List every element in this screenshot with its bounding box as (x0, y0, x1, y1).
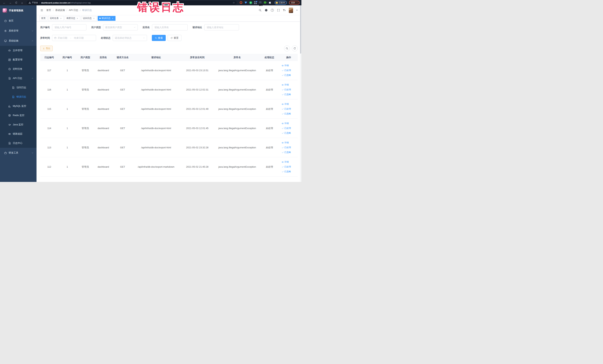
mark-ignored-link[interactable]: 已忽略 (282, 131, 291, 135)
tab-home[interactable]: 首页 (39, 16, 47, 21)
breadcrumb-api-log[interactable]: API 日志 (69, 9, 78, 12)
fullscreen-icon[interactable] (277, 9, 280, 12)
mark-processed-link[interactable]: 已处理 (282, 69, 291, 72)
detail-link[interactable]: 详细 (282, 64, 289, 67)
mark-ignored-link[interactable]: 已忽略 (282, 112, 291, 115)
extensions-puzzle-icon[interactable] (269, 1, 272, 4)
scrollbar-thumb[interactable] (300, 5, 301, 54)
extension-plant-icon[interactable] (264, 1, 267, 4)
mark-ignored-link[interactable]: 已忽略 (282, 170, 291, 173)
process-status-select[interactable]: 请选择处理状态 (113, 35, 147, 41)
sidebar-item-home[interactable]: 首页 (0, 16, 36, 26)
cell-user-type: 管理员 (76, 99, 94, 119)
sidebar-item-dev-tools[interactable]: 研发工具 (0, 148, 36, 158)
browser-back-button[interactable]: ← (2, 1, 7, 5)
tab-scheduled-jobs[interactable]: 定时任务 (48, 16, 64, 21)
reset-button[interactable]: 重置 (168, 35, 182, 41)
detail-link[interactable]: 详细 (282, 122, 289, 125)
filter-process-status: 处理状态 请选择处理状态 (101, 35, 147, 41)
extension-on-badge-icon[interactable]: on (259, 1, 262, 4)
mark-processed-link[interactable]: 已处理 (282, 146, 291, 149)
browser-forward-button[interactable]: → (8, 1, 13, 5)
recorder-paused-chip[interactable]: 已暂停 (275, 1, 287, 5)
sidebar-item-system[interactable]: 系统管理 (0, 26, 36, 36)
hamburger-icon[interactable] (40, 9, 43, 12)
tab-access-log[interactable]: 访问日志 (81, 16, 97, 21)
extension-green-v-icon[interactable]: V (249, 1, 252, 4)
request-url-input[interactable] (204, 24, 239, 30)
toggle-search-button[interactable] (284, 46, 290, 51)
filter-label: 用户类型 (91, 26, 101, 29)
close-icon[interactable] (60, 17, 62, 20)
cell-process-status: 未处理 (259, 99, 280, 119)
sidebar-item-scheduled-jobs[interactable]: 定时任务 (0, 64, 36, 74)
cell-user-id: 1 (58, 80, 76, 99)
cell-exception-time: 2021-05-03 12:02:31 (179, 80, 215, 99)
check-icon (282, 69, 284, 71)
user-type-select[interactable]: 请选择用户类型 (103, 24, 138, 30)
chevron-up-icon (32, 77, 34, 79)
sidebar-item-api-log[interactable]: API 日志 (0, 74, 36, 83)
browser-update-button[interactable]: 更新 (289, 1, 300, 5)
detail-link[interactable]: 详细 (282, 83, 289, 86)
page-scrollbar[interactable] (300, 5, 302, 182)
sidebar-item-redis-monitor[interactable]: Redis 监控 (0, 111, 36, 120)
mark-processed-link[interactable]: 已处理 (282, 127, 291, 130)
refresh-table-button[interactable] (292, 46, 298, 51)
export-button[interactable]: 导出 (40, 46, 53, 51)
sidebar-item-mysql-monitor[interactable]: MySQL 监控 (0, 101, 36, 111)
tab-error-log[interactable]: 错误日志 (98, 16, 116, 21)
user-avatar[interactable] (289, 8, 293, 13)
address-bar[interactable]: 不安全 dashboard.yudao.iocoder.cn /infra/lo… (27, 1, 237, 5)
sidebar-item-tracing[interactable]: 链路追踪 (0, 129, 36, 139)
font-size-icon[interactable]: T (283, 9, 286, 12)
cell-process-status: 未处理 (259, 61, 280, 80)
date-range-picker[interactable]: 开始日期 - 结束日期 (52, 35, 96, 41)
help-icon[interactable] (271, 9, 274, 12)
browser-home-button[interactable]: ⌂ (20, 1, 24, 5)
avatar-caret-down-icon[interactable] (296, 10, 298, 11)
breadcrumb-home[interactable]: 首页 (46, 9, 51, 12)
close-icon[interactable] (111, 17, 114, 20)
detail-link[interactable]: 详细 (282, 141, 289, 144)
detail-link[interactable]: 详细 (282, 160, 289, 164)
extension-grid-icon[interactable] (254, 1, 257, 4)
user-id-input[interactable] (52, 24, 86, 30)
sidebar-item-file-management[interactable]: 文件管理 (0, 46, 36, 55)
close-icon[interactable] (93, 17, 95, 20)
search-button[interactable]: 搜索 (152, 35, 166, 41)
search-icon[interactable] (259, 9, 262, 12)
close-icon[interactable] (76, 17, 79, 20)
sidebar-item-config-management[interactable]: 配置管理 (0, 55, 36, 64)
mark-ignored-link[interactable]: 已忽略 (282, 151, 291, 154)
check-icon (282, 94, 284, 96)
breadcrumb-infrastructure[interactable]: 基础设施 (55, 9, 65, 12)
github-icon[interactable] (265, 9, 268, 12)
mark-processed-link[interactable]: 已处理 (282, 88, 291, 91)
chevron-down-icon (32, 152, 34, 154)
cell-user-id: 1 (58, 138, 76, 157)
sidebar-item-java-monitor[interactable]: Java 监控 (0, 120, 36, 129)
sidebar-item-error-log[interactable]: 错误日志 (0, 92, 36, 101)
browser-menu-icon[interactable] (296, 1, 298, 4)
col-app-name: 应用名 (94, 54, 112, 61)
eye-icon (282, 142, 284, 144)
tab-schedule-log[interactable]: 调度日志 (65, 16, 80, 21)
mark-ignored-link[interactable]: 已忽略 (282, 93, 291, 96)
extension-orange-icon[interactable] (240, 1, 243, 4)
detail-link[interactable]: 详细 (282, 103, 289, 106)
mark-processed-link[interactable]: 已处理 (282, 107, 291, 110)
sidebar-item-infrastructure[interactable]: 基础设施 (0, 36, 36, 46)
check-icon (282, 171, 284, 173)
bookmark-star-icon[interactable] (233, 1, 235, 4)
cell-process-status: 未处理 (259, 80, 280, 99)
browser-reload-button[interactable] (14, 1, 19, 5)
app-name-input[interactable] (152, 24, 188, 30)
extension-blue-icon[interactable] (244, 1, 247, 4)
sidebar-item-log-center[interactable]: 日志中心 (0, 139, 36, 148)
mark-processed-link[interactable]: 已处理 (282, 165, 291, 168)
security-label[interactable]: 不安全 (32, 1, 38, 4)
sidebar-item-access-log[interactable]: 访问日志 (0, 83, 36, 92)
cell-user-type: 管理员 (76, 119, 94, 138)
mark-ignored-link[interactable]: 已忽略 (282, 74, 291, 77)
